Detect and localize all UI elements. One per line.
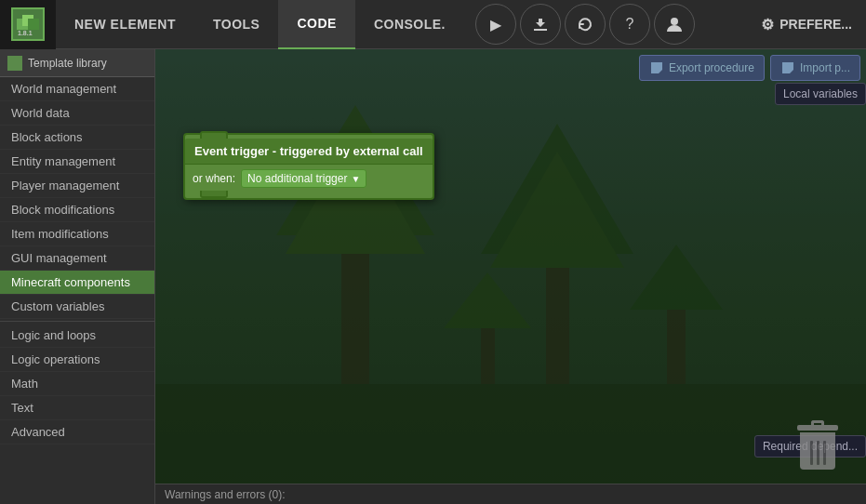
- sidebar-item-math[interactable]: Math: [0, 372, 154, 396]
- app-logo: 1.8.1: [11, 7, 45, 41]
- template-icon: [7, 56, 22, 71]
- sidebar-item-world-management[interactable]: World management: [0, 77, 154, 101]
- svg-rect-4: [534, 29, 547, 31]
- warnings-bar: Warnings and errors (0):: [155, 484, 866, 504]
- event-block-title: Event trigger - triggered by external ca…: [185, 139, 433, 165]
- nav-code[interactable]: CODE: [278, 0, 354, 49]
- template-library-label: Template library: [28, 57, 107, 70]
- event-trigger-block[interactable]: Event trigger - triggered by external ca…: [183, 133, 434, 200]
- refresh-button[interactable]: [565, 4, 606, 45]
- gear-icon: ⚙: [761, 16, 774, 33]
- trash-icon[interactable]: [797, 420, 838, 467]
- dropdown-arrow-icon: ▼: [351, 174, 360, 184]
- warnings-label: Warnings and errors (0):: [165, 488, 286, 501]
- play-button[interactable]: ▶: [475, 4, 516, 45]
- help-button[interactable]: ?: [609, 4, 650, 45]
- trash-line-1: [810, 441, 813, 465]
- canvas-area[interactable]: Export procedure Import p... Local varia…: [155, 49, 866, 504]
- sidebar-item-block-actions[interactable]: Block actions: [0, 126, 154, 150]
- account-button[interactable]: [654, 4, 695, 45]
- sidebar-item-gui-management[interactable]: GUI management: [0, 246, 154, 271]
- svg-text:1.8.1: 1.8.1: [18, 30, 33, 36]
- svg-point-5: [671, 18, 678, 25]
- preferences-button[interactable]: ⚙ PREFERE...: [747, 0, 866, 49]
- trigger-dropdown-value: No additional trigger: [247, 172, 347, 185]
- local-variables-label: Local variables: [783, 87, 858, 100]
- sidebar-item-advanced[interactable]: Advanced: [0, 420, 154, 444]
- nav-new-element[interactable]: NEW ELEMENT: [56, 0, 194, 49]
- trash-line-3: [823, 441, 826, 465]
- sidebar-items-list: World management World data Block action…: [0, 77, 154, 504]
- svg-rect-2: [28, 19, 39, 30]
- trash-line-2: [817, 441, 819, 465]
- sidebar-item-custom-variables[interactable]: Custom variables: [0, 295, 154, 319]
- event-block-body: or when: No additional trigger ▼: [185, 165, 433, 192]
- sidebar-item-minecraft-components[interactable]: Minecraft components: [0, 271, 154, 295]
- sidebar-item-logic-operations[interactable]: Logic operations: [0, 348, 154, 372]
- trash-body: [800, 432, 835, 470]
- event-block-outer: Event trigger - triggered by external ca…: [183, 133, 434, 200]
- import-procedure-button[interactable]: Import p...: [770, 55, 860, 81]
- local-variables-panel: Local variables: [775, 83, 866, 105]
- sidebar-item-entity-management[interactable]: Entity management: [0, 150, 154, 174]
- sidebar-item-item-modifications[interactable]: Item modifications: [0, 222, 154, 246]
- import-procedure-label: Import p...: [800, 61, 850, 74]
- template-library-header: Template library: [0, 49, 154, 77]
- download-button[interactable]: [520, 4, 561, 45]
- navbar: 1.8.1 NEW ELEMENT TOOLS CODE CONSOLE. ▶ …: [0, 0, 866, 49]
- nav-icon-group: ▶ ?: [473, 4, 697, 45]
- canvas-export-row: Export procedure Import p...: [639, 55, 860, 81]
- or-when-label: or when:: [193, 172, 235, 185]
- nav-tools[interactable]: TOOLS: [194, 0, 278, 49]
- trash-lid: [797, 425, 838, 431]
- sidebar-item-world-data[interactable]: World data: [0, 101, 154, 126]
- sidebar-item-text[interactable]: Text: [0, 396, 154, 420]
- sidebar-item-player-management[interactable]: Player management: [0, 174, 154, 198]
- trigger-dropdown[interactable]: No additional trigger ▼: [241, 169, 366, 188]
- svg-marker-19: [651, 62, 662, 73]
- export-procedure-button[interactable]: Export procedure: [639, 55, 765, 81]
- export-procedure-label: Export procedure: [669, 61, 754, 74]
- svg-marker-22: [782, 62, 793, 73]
- sidebar-divider: [0, 321, 154, 322]
- sidebar: Template library World management World …: [0, 49, 155, 504]
- sidebar-item-block-modifications[interactable]: Block modifications: [0, 198, 154, 222]
- sidebar-item-logic-and-loops[interactable]: Logic and loops: [0, 324, 154, 348]
- main-layout: Template library World management World …: [0, 49, 866, 504]
- logo-area: 1.8.1: [0, 0, 56, 49]
- nav-console[interactable]: CONSOLE.: [355, 0, 464, 49]
